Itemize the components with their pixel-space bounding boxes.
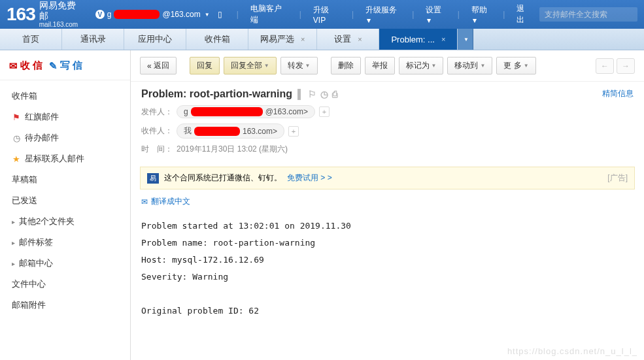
redaction <box>114 10 160 19</box>
compose-icon: ✎ <box>49 60 58 72</box>
star-icon: ★ <box>12 154 21 164</box>
tab-settings[interactable]: 设置× <box>317 29 379 50</box>
v-badge-icon: V <box>95 10 105 19</box>
chevron-down-icon: ▼ <box>432 63 437 69</box>
chevron-down-icon: ▼ <box>264 63 269 69</box>
caret-right-icon: ▸ <box>12 218 15 225</box>
folder-starred[interactable]: ★星标联系人邮件 <box>0 148 130 169</box>
search-input[interactable] <box>539 7 637 22</box>
tab-bar: 首页 通讯录 应用中心 收件箱 网易严选× 设置× Problem: ...× … <box>0 29 644 50</box>
message-header: Problem: root-partion-warning ▌ ⚐ ◷ ⎙ 精简… <box>131 82 644 161</box>
translate-icon: ✉ <box>141 197 148 206</box>
delete-button[interactable]: 删除 <box>331 57 361 74</box>
bookmark-icon[interactable]: ▌ <box>297 89 304 99</box>
message-body: Problem started at 13:02:01 on 2019.11.3… <box>131 214 644 333</box>
folder-tags[interactable]: ▸邮件标签 <box>0 232 130 253</box>
chevron-down-icon: ▼ <box>524 63 529 69</box>
folder-files[interactable]: 文件中心 <box>0 274 130 295</box>
to-pill[interactable]: 我163.com> <box>177 123 284 139</box>
watermark: https://blog.csdn.net/n_u_l_l_ <box>507 346 637 356</box>
clock-outline-icon[interactable]: ◷ <box>320 89 328 99</box>
promo-badge-icon: 易 <box>147 173 159 184</box>
tab-dropdown[interactable]: ▼ <box>458 29 473 50</box>
forward-button[interactable]: 转发▼ <box>280 57 318 74</box>
folder-others[interactable]: ▸其他2个文件夹 <box>0 211 130 232</box>
content-pane: « 返回 回复 回复全部▼ 转发▼ 删除 举报 标记为▼ 移动到▼ 更 多▼ ←… <box>131 50 644 360</box>
to-row: 收件人： 我163.com> + <box>141 123 634 139</box>
folder-center[interactable]: ▸邮箱中心 <box>0 253 130 274</box>
tab-home[interactable]: 首页 <box>0 29 62 50</box>
translate-link[interactable]: ✉翻译成中文 <box>141 196 190 207</box>
folder-inbox[interactable]: 收件箱 <box>0 86 130 106</box>
time-row: 时 间： 2019年11月30日 13:02 (星期六) <box>141 144 634 155</box>
user-prefix: g <box>107 10 112 19</box>
ad-label: [广告] <box>607 172 628 184</box>
subject: Problem: root-partion-warning ▌ ⚐ ◷ ⎙ <box>141 88 634 100</box>
chevron-down-icon: ▼ <box>480 63 485 69</box>
clock-icon: ◷ <box>12 133 21 143</box>
user-account[interactable]: V g @163.com ▼ <box>95 10 210 19</box>
tab-problem[interactable]: Problem: ...× <box>379 29 458 50</box>
message-toolbar: « 返回 回复 回复全部▼ 转发▼ 删除 举报 标记为▼ 移动到▼ 更 多▼ ←… <box>131 50 644 82</box>
report-button[interactable]: 举报 <box>365 57 395 74</box>
flag-icon: ⚑ <box>12 112 21 122</box>
sidebar: ✉收 信 ✎写 信 收件箱 ⚑红旗邮件 ◷待办邮件 ★星标联系人邮件 草稿箱 已… <box>0 50 131 360</box>
top-header: 163 网易免费邮 mail.163.com V g @163.com ▼ ▯ … <box>0 0 644 29</box>
receive-button[interactable]: ✉收 信 <box>9 59 42 72</box>
add-contact-button[interactable]: + <box>288 126 299 137</box>
tab-yanxuan[interactable]: 网易严选× <box>248 29 317 50</box>
move-button[interactable]: 移动到▼ <box>447 57 492 74</box>
chevron-down-icon: ▼ <box>205 12 210 18</box>
chevron-down-icon: ▼ <box>305 63 311 69</box>
translate-row: ✉翻译成中文 <box>131 189 644 214</box>
reply-button[interactable]: 回复 <box>190 57 220 74</box>
close-icon[interactable]: × <box>301 35 305 43</box>
nav-logout[interactable]: 退出 <box>517 3 532 25</box>
folder-flagged[interactable]: ⚑红旗邮件 <box>0 106 130 127</box>
promo-link[interactable]: 免费试用 > > <box>287 172 332 184</box>
close-icon[interactable]: × <box>441 35 445 43</box>
from-pill[interactable]: g@163.com> <box>177 105 315 118</box>
folder-todo[interactable]: ◷待办邮件 <box>0 127 130 148</box>
back-button[interactable]: « 返回 <box>140 57 177 74</box>
add-contact-button[interactable]: + <box>319 106 330 117</box>
compose-button[interactable]: ✎写 信 <box>49 59 82 72</box>
folder-list: 收件箱 ⚑红旗邮件 ◷待办邮件 ★星标联系人邮件 草稿箱 已发送 ▸其他2个文件… <box>0 80 130 321</box>
logo-163: 163 <box>7 4 35 25</box>
prev-button[interactable]: ← <box>596 58 614 74</box>
nav-settings[interactable]: 设置▾ <box>426 5 445 25</box>
more-button[interactable]: 更 多▼ <box>496 57 535 74</box>
nav-help[interactable]: 帮助▾ <box>471 5 491 25</box>
print-icon[interactable]: ⎙ <box>332 89 337 99</box>
caret-right-icon: ▸ <box>12 239 15 246</box>
reply-all-button[interactable]: 回复全部▼ <box>224 57 277 74</box>
inbox-icon: ✉ <box>9 60 18 72</box>
tab-apps[interactable]: 应用中心 <box>124 29 186 50</box>
promo-banner: 易 这个合同系统已打通微信、钉钉。 免费试用 > > [广告] <box>140 167 635 189</box>
top-nav: | 电脑客户端 | 升级VIP | 升级服务▾ | 设置▾ | 帮助▾ | 退出 <box>237 3 532 25</box>
chevron-down-icon: ▼ <box>464 37 469 42</box>
nav-desktop[interactable]: 电脑客户端 <box>250 3 288 25</box>
folder-drafts[interactable]: 草稿箱 <box>0 169 130 190</box>
folder-sent[interactable]: 已发送 <box>0 190 130 211</box>
flag-outline-icon[interactable]: ⚐ <box>308 89 316 99</box>
phone-icon[interactable]: ▯ <box>218 10 222 19</box>
next-button[interactable]: → <box>617 58 635 74</box>
tab-inbox[interactable]: 收件箱 <box>186 29 248 50</box>
mark-button[interactable]: 标记为▼ <box>399 57 444 74</box>
caret-right-icon: ▸ <box>12 260 15 267</box>
folder-attachments[interactable]: 邮箱附件 <box>0 295 130 316</box>
nav-vip[interactable]: 升级VIP <box>313 5 340 25</box>
simple-info-link[interactable]: 精简信息 <box>602 88 634 99</box>
logo-text: 网易免费邮 mail.163.com <box>39 1 84 28</box>
tab-contacts[interactable]: 通讯录 <box>62 29 124 50</box>
from-row: 发件人： g@163.com> + <box>141 105 634 118</box>
nav-upgrade[interactable]: 升级服务▾ <box>365 5 400 25</box>
close-icon[interactable]: × <box>358 35 362 43</box>
